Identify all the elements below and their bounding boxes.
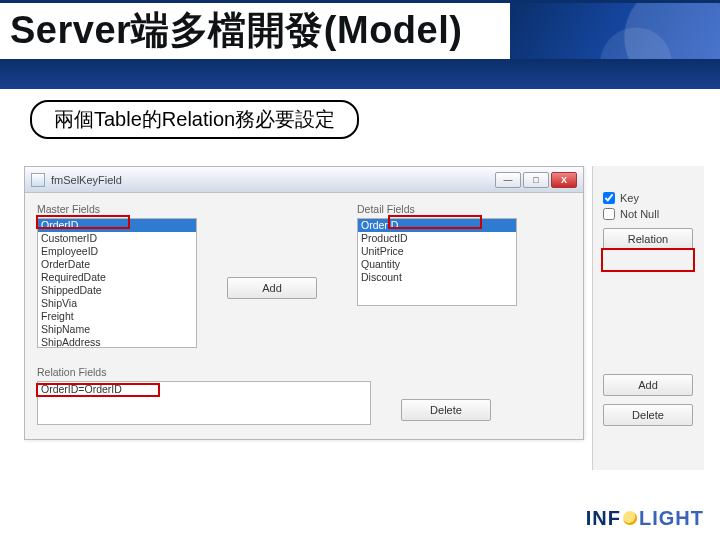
field-properties-panel: Key Not Null Relation Add Delete	[592, 166, 704, 470]
detail-fields-listbox[interactable]: OrderIDProductIDUnitPriceQuantityDiscoun…	[357, 218, 517, 306]
notnull-label: Not Null	[620, 208, 659, 220]
infolight-logo: INF LIGHT	[586, 507, 704, 530]
detail-fields-column: Detail Fields OrderIDProductIDUnitPriceQ…	[357, 203, 517, 306]
list-item[interactable]: ShippedDate	[38, 284, 196, 297]
relation-fields-label: Relation Fields	[37, 366, 371, 378]
relation-value: OrderID=OrderID	[41, 383, 367, 396]
list-item[interactable]: ShipAddress	[38, 336, 196, 348]
relation-dialog: fmSelKeyField — □ X Master Fields OrderI…	[24, 166, 584, 440]
window-maximize-button[interactable]: □	[523, 172, 549, 188]
list-item[interactable]: Quantity	[358, 258, 516, 271]
logo-right: LIGHT	[639, 507, 704, 530]
notnull-checkbox-row[interactable]: Not Null	[603, 208, 704, 220]
list-item[interactable]: EmployeeID	[38, 245, 196, 258]
delete-button[interactable]: Delete	[401, 399, 491, 421]
master-fields-label: Master Fields	[37, 203, 197, 215]
middle-button-column: Add	[227, 203, 327, 303]
relation-fields-listbox[interactable]: OrderID=OrderID	[37, 381, 371, 425]
page-banner: Server端多檔開發(Model)	[0, 0, 720, 86]
list-item[interactable]: UnitPrice	[358, 245, 516, 258]
list-item[interactable]: RequiredDate	[38, 271, 196, 284]
master-fields-column: Master Fields OrderIDCustomerIDEmployeeI…	[37, 203, 197, 348]
banner-underline	[0, 59, 720, 89]
subtitle-row: 兩個Table的Relation務必要設定	[30, 100, 720, 139]
list-item[interactable]: OrderID	[358, 219, 516, 232]
page-title: Server端多檔開發(Model)	[10, 5, 462, 56]
add-button[interactable]: Add	[227, 277, 317, 299]
bulb-icon	[623, 511, 637, 525]
dialog-titlebar: fmSelKeyField — □ X	[25, 167, 583, 193]
master-fields-listbox[interactable]: OrderIDCustomerIDEmployeeIDOrderDateRequ…	[37, 218, 197, 348]
notnull-checkbox[interactable]	[603, 208, 615, 220]
list-item[interactable]: OrderID	[38, 219, 196, 232]
relation-button[interactable]: Relation	[603, 228, 693, 250]
list-item[interactable]: ProductID	[358, 232, 516, 245]
list-item[interactable]: Freight	[38, 310, 196, 323]
list-item[interactable]: ShipVia	[38, 297, 196, 310]
list-item[interactable]: ShipName	[38, 323, 196, 336]
subtitle-pill: 兩個Table的Relation務必要設定	[30, 100, 359, 139]
list-item[interactable]: Discount	[358, 271, 516, 284]
list-item[interactable]: CustomerID	[38, 232, 196, 245]
window-close-button[interactable]: X	[551, 172, 577, 188]
key-label: Key	[620, 192, 639, 204]
side-add-button[interactable]: Add	[603, 374, 693, 396]
dialog-icon	[31, 173, 45, 187]
list-item[interactable]: OrderDate	[38, 258, 196, 271]
dialog-body: Master Fields OrderIDCustomerIDEmployeeI…	[25, 193, 583, 439]
key-checkbox[interactable]	[603, 192, 615, 204]
window-minimize-button[interactable]: —	[495, 172, 521, 188]
dialog-region: fmSelKeyField — □ X Master Fields OrderI…	[24, 166, 704, 470]
dialog-title: fmSelKeyField	[51, 174, 495, 186]
key-checkbox-row[interactable]: Key	[603, 192, 704, 204]
logo-left: INF	[586, 507, 621, 530]
detail-fields-label: Detail Fields	[357, 203, 517, 215]
side-delete-button[interactable]: Delete	[603, 404, 693, 426]
